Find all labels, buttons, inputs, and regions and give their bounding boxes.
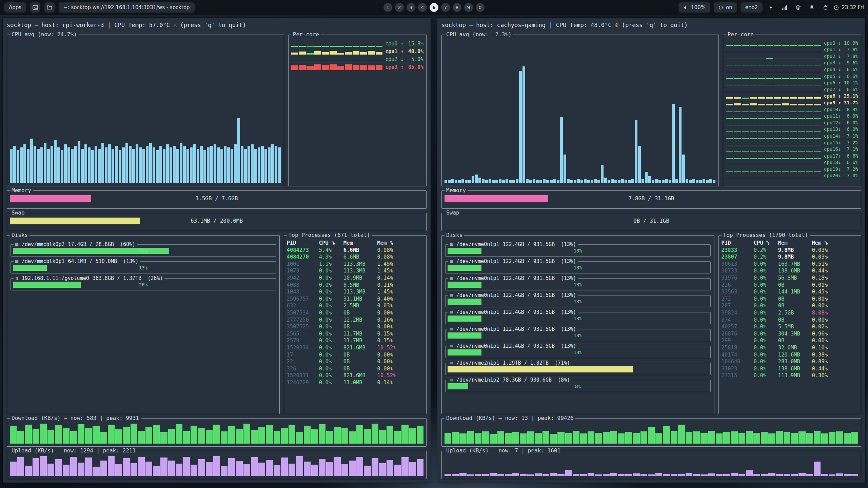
chart-bar: [10, 426, 17, 444]
volume-control[interactable]: 100%: [678, 2, 710, 13]
chart-bar: [356, 457, 363, 476]
panel-title: Swap: [10, 209, 26, 216]
chart-bar: [319, 459, 326, 476]
power-profile-icon[interactable]: [766, 2, 776, 13]
chart-bar: [662, 180, 665, 183]
network-interface[interactable]: eno2: [741, 2, 763, 13]
cpu-history-chart: [10, 39, 281, 183]
chart-bar: [197, 149, 199, 183]
chart-bar: [475, 433, 481, 444]
chart-bar: [844, 474, 851, 476]
layers-icon[interactable]: [793, 2, 803, 13]
power-icon[interactable]: [820, 2, 830, 13]
core-label: cpu4 ↓6.6%: [824, 67, 858, 72]
chart-bar: [497, 431, 504, 444]
process-row: 40842735.4%6.6MB0.08%: [287, 247, 423, 254]
core-label: cpu3 ↓9.6%: [824, 60, 858, 65]
chart-bar: [573, 474, 579, 476]
chart-bar: [669, 180, 671, 183]
workspace-button[interactable]: 8: [453, 3, 461, 12]
panel-title: Per-core: [291, 31, 321, 38]
chart-bar: [567, 179, 570, 183]
chart-bar: [131, 424, 137, 444]
process-row: 273150.0%113.9MB0.36%: [722, 372, 858, 379]
process-row: 15203340.0%821.6MB10.52%: [287, 344, 423, 351]
workspace-button[interactable]: 3: [407, 3, 415, 12]
process-mem: 10.9MB: [343, 274, 374, 282]
clock[interactable]: 23:32 Fri: [834, 4, 864, 11]
apps-button[interactable]: Apps: [4, 2, 26, 13]
spark-bar: [322, 65, 329, 70]
chart-bar: [251, 457, 258, 476]
workspace-button[interactable]: 7: [441, 3, 450, 12]
core-label: cpu17↓6.6%: [824, 153, 858, 159]
workspace-button[interactable]: 0: [476, 3, 485, 12]
chart-bar: [341, 464, 348, 476]
chart-bar: [663, 474, 670, 476]
disk-icon: ▤: [450, 309, 453, 315]
chart-bar: [33, 458, 39, 476]
chart-bar: [490, 434, 496, 444]
workspace-button[interactable]: 2: [395, 3, 404, 12]
cpu-avg-panel: CPU avg (now: 24.7%): [7, 35, 284, 186]
chart-bar: [40, 456, 47, 476]
chart-bar: [34, 146, 36, 183]
column-header: Mem %: [377, 240, 399, 247]
workspace-switcher: 123467890: [383, 3, 485, 12]
per-core-row: cpu3 ↑85.0%: [291, 62, 423, 70]
disk-name: /dev/nvme0n1p1: [456, 292, 499, 298]
process-cpu: 0.0%: [754, 302, 774, 309]
chart-bar: [311, 465, 318, 476]
disk-name: /dev/mmcblk0p1: [22, 258, 64, 264]
disk-percent-label: 60%: [13, 247, 274, 254]
chart-bar: [716, 474, 723, 476]
workspace-button[interactable]: 4: [418, 3, 427, 12]
chart-bar: [100, 461, 107, 476]
disk-name: /dev/nvme0n1p1: [456, 326, 499, 332]
workspace-button[interactable]: 1: [383, 3, 392, 12]
bell-icon[interactable]: [807, 2, 817, 13]
chart-bar: [468, 180, 471, 183]
process-pid: 1520311: [287, 372, 315, 379]
chart-bar: [689, 180, 692, 183]
process-row: 398240.0%2.5GB8.08%: [722, 309, 858, 317]
files-icon[interactable]: [44, 2, 55, 13]
top-processes-panel: Top Processes (671 total) PIDCPU %MemMem…: [284, 235, 427, 414]
chart-bar: [173, 146, 176, 183]
spark-bar: [806, 178, 813, 178]
terminal-left[interactable]: socktop — host: rpi-worker-3 | CPU Temp:…: [3, 18, 431, 483]
process-row: 319760.0%56.8MB0.18%: [722, 274, 858, 282]
chart-bar: [364, 429, 371, 444]
disk-icon: ▤: [450, 326, 453, 332]
chart-bar: [132, 149, 135, 183]
chart-bar: [243, 464, 250, 476]
chart-bar: [248, 146, 250, 183]
disk-meter: 13%: [448, 264, 708, 271]
process-cpu: 4.3%: [319, 253, 340, 261]
terminal-right[interactable]: socktop — host: cachyos-gaming | CPU Tem…: [437, 18, 865, 483]
chart-bar: [206, 462, 213, 476]
spark-bar: [345, 64, 352, 70]
toggle-on-control[interactable]: on: [714, 2, 737, 13]
process-pid: 31023: [722, 365, 750, 372]
chart-bar: [160, 432, 167, 444]
chart-bar: [753, 433, 760, 444]
chart-bar: [258, 147, 260, 184]
signal-icon[interactable]: [780, 2, 790, 13]
chart-bar: [814, 462, 821, 476]
disk-entry: ▤/dev/nvme2n1p11.29TB / 1.82TB (71%)71%: [445, 363, 711, 375]
taskbar-window-title[interactable]: ~: socktop ws://192.168.1.104:3031/ws - …: [59, 2, 194, 13]
per-core-row: cpu14↓7.1%: [726, 132, 858, 139]
process-pid: 22: [287, 358, 315, 365]
column-header: Mem: [343, 240, 374, 247]
chart-bar: [645, 172, 648, 183]
chart-bar: [535, 433, 542, 444]
spark-bar: [790, 178, 797, 178]
chart-bar: [475, 175, 478, 183]
workspace-button[interactable]: 9: [464, 3, 473, 12]
chart-bar: [604, 178, 607, 183]
process-mem: 6.6MB: [343, 253, 374, 261]
terminal-icon[interactable]: [30, 2, 40, 13]
workspace-button[interactable]: 6: [430, 3, 438, 12]
process-pid: 30733: [722, 267, 750, 274]
